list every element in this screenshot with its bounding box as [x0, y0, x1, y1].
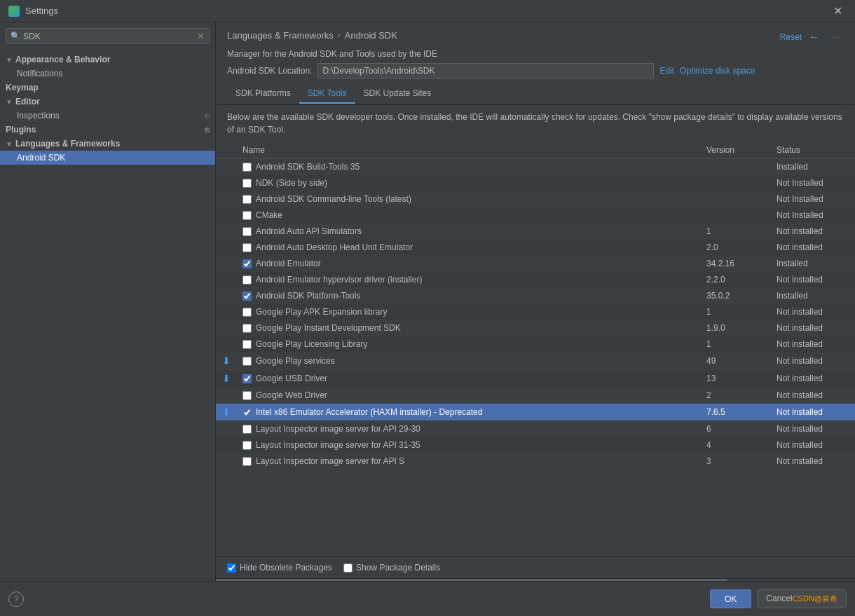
row-checkbox[interactable]	[242, 163, 252, 172]
hide-obsolete-label[interactable]: Hide Obsolete Packages	[240, 563, 332, 573]
window-title: Settings	[25, 6, 58, 16]
sidebar-tree: ▼ Appearance & Behavior Notifications Ke…	[0, 50, 215, 581]
expand-icon: ▼	[6, 140, 13, 148]
nav-back-button[interactable]: ←	[806, 29, 823, 45]
row-version-cell: 35.0.2	[701, 288, 771, 304]
col-download	[216, 142, 237, 159]
app-icon	[8, 6, 20, 17]
sidebar-item-label: Languages & Frameworks	[15, 139, 120, 149]
row-checkbox[interactable]	[242, 374, 252, 383]
row-checkbox[interactable]	[242, 211, 252, 220]
edit-link[interactable]: Edit	[659, 66, 674, 76]
row-name-cell: Android Emulator hypervisor driver (inst…	[237, 272, 701, 288]
sidebar-item-notifications[interactable]: Notifications	[0, 67, 215, 81]
download-cell	[216, 336, 237, 353]
row-checkbox[interactable]	[242, 391, 252, 400]
sidebar-item-languages[interactable]: ▼ Languages & Frameworks	[0, 137, 215, 151]
search-clear-button[interactable]: ✕	[197, 31, 205, 41]
row-checkbox[interactable]	[242, 340, 252, 349]
search-input[interactable]	[23, 32, 194, 41]
sdk-location-label: Android SDK Location:	[227, 66, 312, 76]
external-link-icon: ⎋	[205, 125, 210, 134]
row-checkbox[interactable]	[242, 275, 252, 285]
row-name-cell: Google Play Instant Development SDK	[237, 320, 701, 336]
row-name-text: Android Auto API Simulators	[256, 226, 362, 236]
row-status-cell: Not installed	[771, 370, 855, 388]
expand-icon: ▼	[6, 56, 13, 64]
row-checkbox[interactable]	[242, 227, 252, 236]
sidebar-item-appearance[interactable]: ▼ Appearance & Behavior	[0, 53, 215, 67]
sidebar-item-plugins[interactable]: Plugins ⎋	[0, 123, 215, 137]
row-name-text: Google USB Driver	[256, 374, 327, 383]
cancel-button[interactable]: CancelCSDN@泉奇	[757, 589, 847, 608]
row-checkbox[interactable]	[242, 324, 252, 333]
row-checkbox[interactable]	[242, 441, 252, 450]
sidebar-item-keymap[interactable]: Keymap	[0, 81, 215, 95]
row-version-cell: 1	[701, 336, 771, 353]
row-name-text: Android SDK Command-line Tools (latest)	[256, 194, 411, 204]
row-checkbox[interactable]	[242, 292, 252, 301]
search-box[interactable]: 🔍 ✕	[6, 28, 210, 44]
reset-button[interactable]: Reset	[780, 32, 802, 42]
row-name-text: Layout Inspector image server for API 29…	[256, 424, 420, 434]
show-package-details-checkbox[interactable]	[343, 563, 353, 573]
nav-forward-button[interactable]: →	[827, 29, 844, 45]
row-checkbox[interactable]	[242, 259, 252, 268]
row-checkbox[interactable]	[242, 195, 252, 204]
hide-obsolete-checkbox[interactable]	[227, 563, 236, 573]
row-name-cell: NDK (Side by side)	[237, 175, 701, 191]
hide-obsolete-option: Hide Obsolete Packages	[227, 563, 332, 573]
tab-sdk-platforms[interactable]: SDK Platforms	[227, 84, 299, 104]
row-checkbox[interactable]	[242, 243, 252, 252]
breadcrumb-current: Android SDK	[345, 30, 397, 41]
row-checkbox[interactable]	[242, 357, 252, 366]
close-button[interactable]: ✕	[829, 3, 847, 19]
row-status-cell: Not installed	[771, 304, 855, 320]
row-checkbox[interactable]	[242, 408, 252, 417]
sidebar-item-android-sdk[interactable]: Android SDK	[0, 151, 215, 165]
row-name-text: Intel x86 Emulator Accelerator (HAXM ins…	[256, 407, 482, 417]
title-bar-left: Settings	[8, 6, 58, 17]
row-name-cell: Android SDK Build-Tools 35	[237, 159, 701, 175]
show-package-details-option: Show Package Details	[343, 563, 440, 573]
row-status-cell: Not installed	[771, 320, 855, 336]
row-status-cell: Not installed	[771, 404, 855, 421]
row-status-cell: Installed	[771, 288, 855, 304]
row-name-text: Android Auto Desktop Head Unit Emulator	[256, 242, 413, 252]
row-checkbox[interactable]	[242, 179, 252, 188]
row-name-cell: Android Auto API Simulators	[237, 224, 701, 240]
row-version-cell: 34.2.16	[701, 256, 771, 272]
download-cell	[216, 437, 237, 453]
col-version: Version	[701, 142, 771, 159]
bottom-bar: ? OK CancelCSDN@泉奇	[0, 581, 855, 616]
horizontal-scrollbar[interactable]	[216, 578, 855, 581]
sidebar-item-label: Editor	[15, 97, 40, 107]
sidebar-item-editor[interactable]: ▼ Editor	[0, 95, 215, 109]
tabs-row: SDK Platforms SDK Tools SDK Update Sites	[227, 84, 844, 104]
row-checkbox[interactable]	[242, 457, 252, 466]
row-name-cell: Intel x86 Emulator Accelerator (HAXM ins…	[237, 404, 701, 421]
tab-sdk-update-sites[interactable]: SDK Update Sites	[355, 84, 440, 104]
help-button[interactable]: ?	[8, 591, 24, 607]
sidebar-item-label: Notifications	[17, 69, 62, 78]
ok-button[interactable]: OK	[710, 589, 751, 608]
tab-sdk-tools[interactable]: SDK Tools	[299, 84, 355, 104]
row-version-cell: 2	[701, 388, 771, 404]
footer-options: Hide Obsolete Packages Show Package Deta…	[216, 556, 855, 578]
row-name-text: Layout Inspector image server for API S	[256, 456, 404, 466]
row-version-cell: 1	[701, 304, 771, 320]
row-version-cell: 1.9.0	[701, 320, 771, 336]
search-icon: 🔍	[11, 32, 20, 41]
row-name-cell: Layout Inspector image server for API S	[237, 453, 701, 470]
row-version-cell	[701, 191, 771, 207]
row-name-text: Layout Inspector image server for API 31…	[256, 440, 420, 450]
breadcrumb-parent: Languages & Frameworks	[227, 30, 334, 41]
sidebar-item-inspections[interactable]: Inspections ⎋	[0, 109, 215, 123]
show-package-details-label[interactable]: Show Package Details	[356, 563, 440, 573]
row-name-cell: Google Web Driver	[237, 388, 701, 404]
optimize-link[interactable]: Optimize disk space	[680, 66, 755, 76]
row-checkbox[interactable]	[242, 425, 252, 434]
sdk-location-input[interactable]	[317, 63, 654, 78]
row-checkbox[interactable]	[242, 308, 252, 317]
download-cell: ⬇	[216, 404, 237, 421]
